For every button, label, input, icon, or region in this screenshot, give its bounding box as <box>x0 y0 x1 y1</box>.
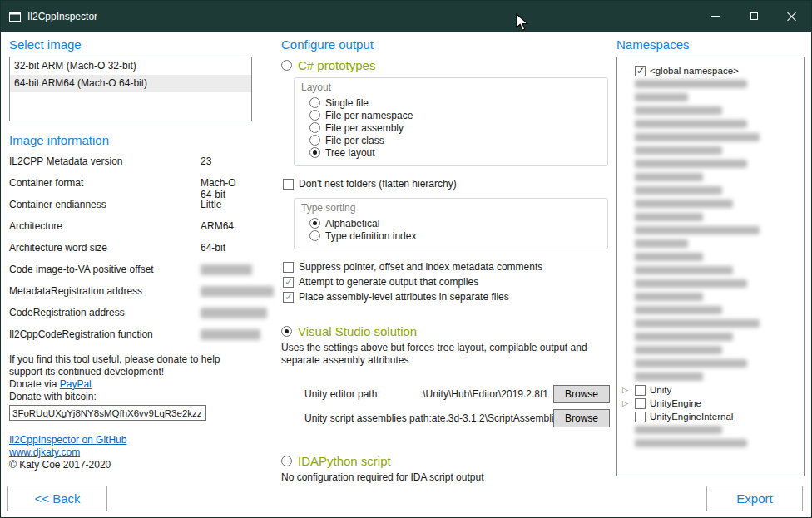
namespace-item[interactable] <box>617 144 804 157</box>
namespace-item[interactable]: UnityEngineInternal <box>617 410 804 423</box>
layout-option[interactable]: Single file <box>309 96 601 109</box>
layout-option-label: Tree layout <box>325 147 375 159</box>
mouse-cursor <box>516 13 531 33</box>
namespace-item[interactable] <box>617 370 804 383</box>
namespace-item[interactable] <box>617 91 804 104</box>
namespace-item[interactable] <box>617 277 804 290</box>
namespace-item[interactable] <box>617 330 804 343</box>
type-sorting-option[interactable]: Type definition index <box>309 229 601 242</box>
info-value <box>201 264 252 275</box>
website-link[interactable]: www.djkaty.com <box>9 446 252 459</box>
namespace-item[interactable] <box>617 184 804 197</box>
radio-icon <box>281 326 292 337</box>
maximize-button[interactable] <box>735 1 773 32</box>
info-label: Architecture <box>9 220 201 232</box>
namespace-item[interactable] <box>617 437 804 450</box>
path-field-value: :\Unity\Hub\Editor\2019.2.8f1 <box>380 388 553 400</box>
namespace-label: Unity <box>650 385 671 395</box>
close-icon <box>787 12 797 22</box>
namespace-checkbox[interactable] <box>635 412 646 422</box>
layout-option[interactable]: File per class <box>309 134 601 146</box>
blurred-text <box>635 426 722 434</box>
namespaces-heading: Namespaces <box>616 37 805 52</box>
layout-option-label: File per namespace <box>325 110 413 121</box>
links-block: Il2CppInspector on GitHub www.djkaty.com… <box>9 434 252 471</box>
layout-option[interactable]: Tree layout <box>309 146 601 159</box>
namespace-item[interactable] <box>617 210 804 224</box>
namespace-checkbox[interactable] <box>635 398 646 409</box>
image-list-item[interactable]: 32-bit ARM (Mach-O 32-bit) <box>10 57 251 75</box>
paypal-link[interactable]: PayPal <box>60 378 92 390</box>
namespace-item[interactable] <box>617 197 804 210</box>
namespace-item[interactable] <box>617 77 804 91</box>
close-button[interactable] <box>773 1 811 32</box>
github-link[interactable]: Il2CppInspector on GitHub <box>9 434 252 446</box>
blurred-text <box>635 439 747 447</box>
namespace-item[interactable]: UnityEngine <box>617 397 804 410</box>
namespace-item[interactable] <box>617 170 804 184</box>
layout-option[interactable]: File per namespace <box>309 109 601 121</box>
namespace-item[interactable] <box>617 343 804 357</box>
radio-icon <box>309 110 320 121</box>
layout-option[interactable]: File per assembly <box>309 121 601 134</box>
info-value: Little <box>201 199 252 210</box>
namespace-checkbox[interactable] <box>635 385 646 396</box>
info-label: IL2CPP Metadata version <box>9 155 201 167</box>
namespace-item[interactable] <box>617 303 804 317</box>
namespace-item[interactable] <box>617 290 804 303</box>
radio-icon <box>281 60 292 71</box>
info-row: Container format Mach-O 64-bit <box>9 177 252 199</box>
browse-button[interactable]: Browse <box>553 385 610 403</box>
back-button[interactable]: << Back <box>7 486 107 511</box>
donate-text: If you find this tool useful, please don… <box>9 353 252 378</box>
blurred-text <box>635 346 722 354</box>
flatten-hierarchy-checkbox[interactable]: Don't nest folders (flatten hierarchy) <box>283 178 608 190</box>
output-option-label: Place assembly-level attributes in separ… <box>299 291 509 303</box>
namespace-item[interactable] <box>617 157 804 170</box>
output-option-checkbox[interactable]: Attempt to generate output that compiles <box>283 276 608 288</box>
blurred-text <box>635 266 733 274</box>
blurred-text <box>635 372 703 381</box>
expander-icon[interactable] <box>622 399 631 407</box>
minimize-button[interactable] <box>696 1 735 32</box>
csharp-prototypes-radio[interactable]: C# prototypes <box>281 58 610 72</box>
namespace-item[interactable] <box>617 104 804 117</box>
output-option-checkbox[interactable]: Place assembly-level attributes in separ… <box>283 291 608 303</box>
namespace-item[interactable] <box>617 131 804 144</box>
namespace-item[interactable] <box>617 357 804 370</box>
blurred-text <box>635 173 703 181</box>
visual-studio-solution-radio[interactable]: Visual Studio solution <box>281 324 610 338</box>
blurred-text <box>635 279 747 288</box>
namespace-item[interactable] <box>617 117 804 131</box>
info-label: Architecture word size <box>9 242 201 254</box>
image-list-item[interactable]: 64-bit ARM64 (Mach-O 64-bit) <box>10 75 251 92</box>
layout-option-label: Single file <box>325 97 369 109</box>
titlebar[interactable]: Il2CppInspector <box>1 1 811 32</box>
namespace-label: <global namespace> <box>650 66 739 76</box>
info-label: CodeRegistration address <box>9 307 201 318</box>
expander-icon[interactable] <box>622 386 631 394</box>
namespace-checkbox[interactable] <box>635 66 646 76</box>
donate-paypal-prefix: Donate via <box>9 378 60 390</box>
output-option-checkbox[interactable]: Suppress pointer, offset and index metad… <box>283 261 608 273</box>
csharp-prototypes-label: C# prototypes <box>298 58 375 72</box>
namespace-item[interactable] <box>617 237 804 250</box>
namespace-item[interactable] <box>617 224 804 237</box>
namespace-item[interactable]: Unity <box>617 383 804 397</box>
copyright: © Katy Coe 2017-2020 <box>9 459 252 471</box>
namespace-item[interactable]: <global namespace> <box>617 64 804 77</box>
idapython-script-label: IDAPython script <box>298 454 391 468</box>
radio-icon <box>309 122 320 133</box>
browse-button[interactable]: Browse <box>553 409 610 427</box>
idapython-script-radio[interactable]: IDAPython script <box>281 454 610 468</box>
export-button[interactable]: Export <box>706 486 803 511</box>
namespace-item[interactable] <box>617 317 804 330</box>
type-sorting-option[interactable]: Alphabetical <box>309 217 601 229</box>
blurred-text <box>635 200 733 208</box>
donate-bitcoin-label: Donate with bitcoin: <box>9 391 252 403</box>
app-window: Il2CppInspector Select image 32-bit ARM … <box>0 0 812 518</box>
namespace-item[interactable] <box>617 423 804 437</box>
namespace-item[interactable] <box>617 250 804 264</box>
bitcoin-address-input[interactable] <box>9 405 206 421</box>
namespace-item[interactable] <box>617 264 804 277</box>
